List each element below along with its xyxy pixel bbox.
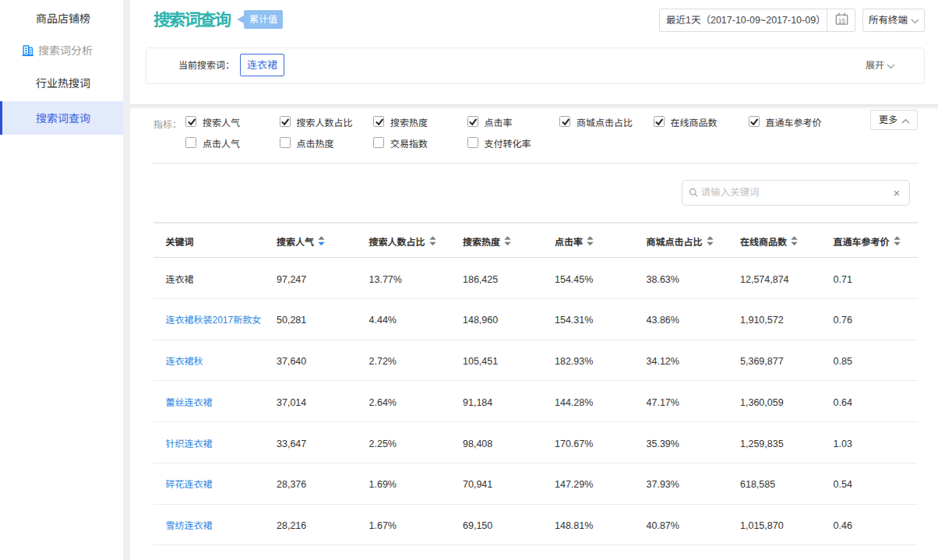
svg-text:15: 15 bbox=[838, 17, 846, 25]
